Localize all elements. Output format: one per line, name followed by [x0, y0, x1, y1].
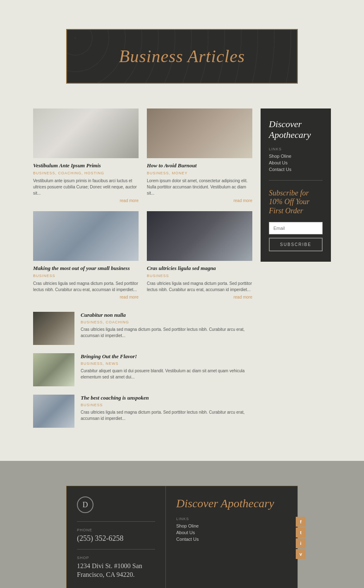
footer-address: 1234 Divi St. #1000 San Francisco, CA 94… [77, 562, 155, 579]
list-article-tags-6: BUSINESS, NEWS [81, 361, 252, 366]
article-image-3 [33, 211, 139, 261]
sidebar: Discover Apothecary Links Shop Oline Abo… [261, 108, 331, 262]
list-article-excerpt-5: Cras ultricies ligula sed magna dictum p… [81, 326, 252, 339]
list-article-tags-5: BUSINESS, COACHING [81, 320, 252, 324]
footer-discover-title: Discover Apothecary [176, 496, 287, 511]
list-article-content-5: Curabitur non nulla BUSINESS, COACHING C… [81, 312, 252, 339]
vimeo-icon[interactable]: v [296, 549, 306, 559]
read-more-4[interactable]: read more [147, 295, 252, 299]
list-article-excerpt-6: Curabitur aliquet quam id dui posuere bl… [81, 368, 252, 380]
article-card: Vestibulum Ante Ipsum Primis BUSINESS, C… [33, 108, 139, 203]
sidebar-link-about[interactable]: About Us [269, 160, 323, 165]
list-article-tags-7: BUSINESS [81, 403, 252, 407]
footer-social: f t i v [296, 517, 306, 559]
sidebar-subscribe-title: Subscribe for 10% Off Your First Order [269, 189, 323, 216]
article-excerpt-1: Vestibulum ante ipsum primis in faucibus… [33, 178, 139, 196]
article-tags-4: BUSINESS [147, 274, 252, 278]
article-tags-2: BUSINESS, MONEY [147, 171, 252, 175]
footer-link-shop[interactable]: Shop Oline [176, 523, 287, 528]
list-image-5 [33, 312, 74, 345]
article-list: Curabitur non nulla BUSINESS, COACHING C… [33, 312, 252, 428]
footer-inner: D Phone (255) 352-6258 Shop 1234 Divi St… [66, 486, 298, 588]
article-excerpt-2: Lorem ipsum dolor sit amet, consectetur … [147, 178, 252, 196]
article-tags-1: BUSINESS, COACHING, HOSTING [33, 171, 139, 175]
facebook-icon[interactable]: f [296, 517, 306, 527]
list-article-title-7: The best coaching is unspoken [81, 395, 252, 401]
list-article-title-5: Curabitur non nulla [81, 312, 252, 318]
article-image-2 [147, 108, 252, 158]
footer-link-contact[interactable]: Contact Us [176, 537, 287, 542]
subscribe-button[interactable]: SUBSCRIBE [269, 238, 323, 251]
footer-wrapper: D Phone (255) 352-6258 Shop 1234 Divi St… [0, 461, 364, 588]
list-article-content-6: Bringing Out the Flavor! BUSINESS, NEWS … [81, 353, 252, 380]
article-title-3: Making the most out of your small busine… [33, 265, 139, 272]
article-excerpt-4: Cras ultricies ligula sed magna dictum p… [147, 280, 252, 293]
sidebar-link-shop[interactable]: Shop Oline [269, 154, 323, 159]
footer-right: Discover Apothecary Links Shop Oline Abo… [166, 486, 297, 588]
footer-shop-label: Shop [77, 556, 155, 560]
footer-phone-label: Phone [77, 528, 155, 532]
read-more-1[interactable]: read more [33, 198, 139, 203]
list-item: Curabitur non nulla BUSINESS, COACHING C… [33, 312, 252, 345]
list-article-title-6: Bringing Out the Flavor! [81, 353, 252, 360]
article-tags-3: BUSINESS [33, 274, 139, 278]
footer-divider [77, 549, 155, 549]
footer-divider [77, 521, 155, 522]
article-card: How to Avoid Burnout BUSINESS, MONEY Lor… [147, 108, 252, 203]
main-content: Vestibulum Ante Ipsum Primis BUSINESS, C… [33, 108, 331, 428]
list-image-7 [33, 395, 74, 428]
article-card: Making the most out of your small busine… [33, 211, 139, 299]
article-card: Cras ultricies ligula sed magna BUSINESS… [147, 211, 252, 299]
footer-logo-letter: D [83, 501, 88, 509]
list-item: Bringing Out the Flavor! BUSINESS, NEWS … [33, 353, 252, 386]
list-article-content-7: The best coaching is unspoken BUSINESS C… [81, 395, 252, 422]
instagram-icon[interactable]: i [296, 538, 306, 548]
email-input[interactable] [269, 222, 323, 234]
article-title-4: Cras ultricies ligula sed magna [147, 265, 252, 272]
sidebar-links-label: Links [269, 147, 323, 151]
articles-grid: Vestibulum Ante Ipsum Primis BUSINESS, C… [33, 108, 252, 299]
list-item: The best coaching is unspoken BUSINESS C… [33, 395, 252, 428]
sidebar-divider [269, 180, 323, 181]
footer-left: D Phone (255) 352-6258 Shop 1234 Divi St… [67, 486, 166, 588]
read-more-3[interactable]: read more [33, 295, 139, 299]
article-image-4 [147, 211, 252, 261]
list-image-6 [33, 353, 74, 386]
list-article-excerpt-7: Cras ultricies ligula sed magna dictum p… [81, 409, 252, 422]
articles-section: Vestibulum Ante Ipsum Primis BUSINESS, C… [33, 108, 252, 428]
page-banner: Business Articles [66, 29, 298, 84]
sidebar-discover-title: Discover Apothecary [269, 119, 323, 141]
read-more-2[interactable]: read more [147, 198, 252, 203]
article-excerpt-3: Cras ultricies ligula sed magna dictum p… [33, 280, 139, 293]
page-title: Business Articles [79, 46, 285, 66]
footer-phone: (255) 352-6258 [77, 534, 155, 543]
sidebar-link-contact[interactable]: Contact Us [269, 167, 323, 172]
footer-links-label: Links [176, 517, 287, 521]
article-title-1: Vestibulum Ante Ipsum Primis [33, 162, 139, 169]
footer-logo: D [77, 496, 93, 513]
article-image-1 [33, 108, 139, 158]
footer-link-about[interactable]: About Us [176, 530, 287, 535]
twitter-icon[interactable]: t [296, 528, 306, 537]
article-title-2: How to Avoid Burnout [147, 162, 252, 169]
